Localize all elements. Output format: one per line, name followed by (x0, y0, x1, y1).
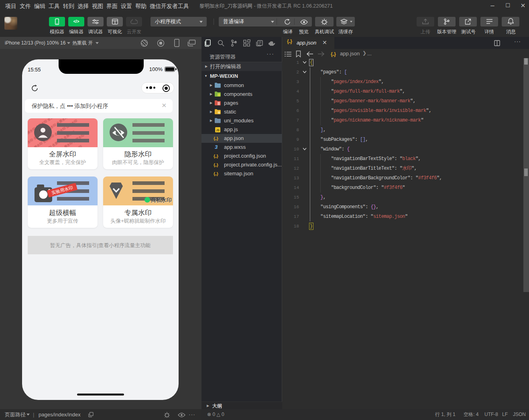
svg-text:JS: JS (216, 129, 220, 132)
